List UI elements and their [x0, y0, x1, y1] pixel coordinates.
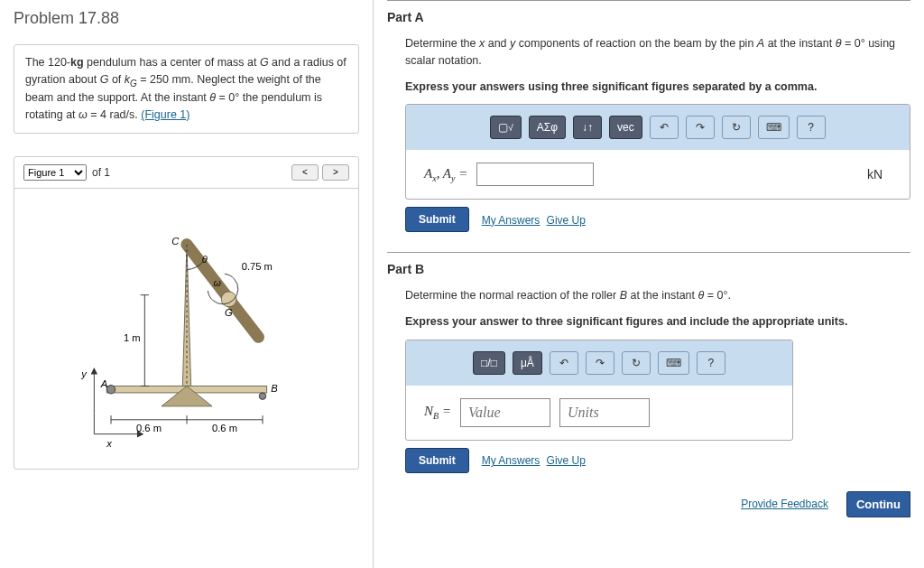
- svg-point-10: [259, 393, 265, 399]
- svg-text:x: x: [106, 437, 112, 448]
- reset-icon[interactable]: ↻: [622, 351, 651, 375]
- provide-feedback-link[interactable]: Provide Feedback: [741, 498, 828, 510]
- tool-fraction-icon[interactable]: □/□: [473, 351, 505, 375]
- part-b-answer-panel: □/□ μÅ ↶ ↷ ↻ ⌨ ? NB =: [405, 340, 793, 441]
- figure-link[interactable]: (Figure 1): [141, 108, 189, 121]
- tool-vec-icon[interactable]: vec: [609, 116, 642, 139]
- svg-point-8: [106, 385, 115, 393]
- part-a-instruction: Express your answers using three signifi…: [387, 79, 910, 96]
- undo-icon[interactable]: ↶: [550, 351, 578, 375]
- svg-text:0.75 m: 0.75 m: [241, 260, 272, 271]
- figure-panel: Figure 1 of 1 < > y x: [14, 156, 359, 470]
- part-b-var-label: NB =: [424, 404, 451, 421]
- help-icon[interactable]: ?: [697, 351, 725, 375]
- part-a-submit-button[interactable]: Submit: [405, 207, 469, 232]
- part-b-toolbar: □/□ μÅ ↶ ↷ ↻ ⌨ ?: [406, 340, 792, 386]
- give-up-link-b[interactable]: Give Up: [547, 454, 586, 467]
- svg-text:1 m: 1 m: [124, 332, 141, 343]
- figure-diagram: y x A B: [60, 202, 313, 455]
- help-icon[interactable]: ?: [797, 116, 826, 139]
- figure-prev-button[interactable]: <: [291, 164, 319, 181]
- part-a-prompt: Determine the x and y components of reac…: [387, 35, 910, 70]
- part-a-label: Part A: [387, 10, 910, 24]
- part-b-value-input[interactable]: [460, 398, 550, 427]
- redo-icon[interactable]: ↷: [686, 116, 715, 139]
- redo-icon[interactable]: ↷: [586, 351, 614, 375]
- svg-marker-1: [90, 368, 97, 374]
- tool-units-icon[interactable]: μÅ: [513, 351, 542, 375]
- svg-text:B: B: [271, 383, 278, 394]
- svg-text:θ: θ: [201, 254, 207, 265]
- keyboard-icon[interactable]: ⌨: [758, 116, 790, 139]
- give-up-link[interactable]: Give Up: [547, 214, 586, 227]
- figure-count: of 1: [92, 166, 110, 179]
- svg-text:y: y: [80, 368, 88, 379]
- part-a-answer-panel: ▢√ ΑΣφ ↓↑ vec ↶ ↷ ↻ ⌨ ? Ax, Ay = kN: [405, 104, 910, 200]
- undo-icon[interactable]: ↶: [650, 116, 679, 139]
- svg-text:0.6 m: 0.6 m: [212, 423, 237, 433]
- part-a-toolbar: ▢√ ΑΣφ ↓↑ vec ↶ ↷ ↻ ⌨ ?: [406, 105, 910, 150]
- svg-text:A: A: [99, 378, 106, 389]
- continue-button[interactable]: Continu: [846, 491, 910, 517]
- problem-statement: The 120-kg pendulum has a center of mass…: [14, 44, 359, 134]
- tool-template-icon[interactable]: ▢√: [490, 116, 522, 139]
- svg-text:C: C: [171, 235, 180, 246]
- svg-text:ω: ω: [213, 278, 220, 288]
- keyboard-icon[interactable]: ⌨: [658, 351, 689, 375]
- part-b-prompt: Determine the normal reaction of the rol…: [387, 287, 910, 304]
- my-answers-link-b[interactable]: My Answers: [482, 454, 541, 467]
- svg-text:0.6 m: 0.6 m: [136, 423, 162, 433]
- tool-subscript-icon[interactable]: ↓↑: [573, 116, 602, 139]
- problem-title: Problem 17.88: [14, 9, 359, 28]
- part-b-instruction: Express your answer to three significant…: [387, 313, 910, 331]
- reset-icon[interactable]: ↻: [722, 116, 751, 139]
- part-b-units-input[interactable]: [559, 398, 650, 427]
- my-answers-link[interactable]: My Answers: [482, 214, 541, 227]
- part-a-var-label: Ax, Ay =: [424, 166, 467, 183]
- svg-line-17: [187, 244, 258, 337]
- part-b-label: Part B: [387, 262, 910, 276]
- tool-greek-icon[interactable]: ΑΣφ: [529, 116, 566, 139]
- part-a-input[interactable]: [476, 163, 594, 186]
- part-b-submit-button[interactable]: Submit: [405, 448, 469, 473]
- svg-text:G: G: [225, 307, 233, 318]
- figure-next-button[interactable]: >: [322, 164, 349, 181]
- figure-selector[interactable]: Figure 1: [23, 164, 87, 181]
- part-a-unit: kN: [867, 167, 882, 182]
